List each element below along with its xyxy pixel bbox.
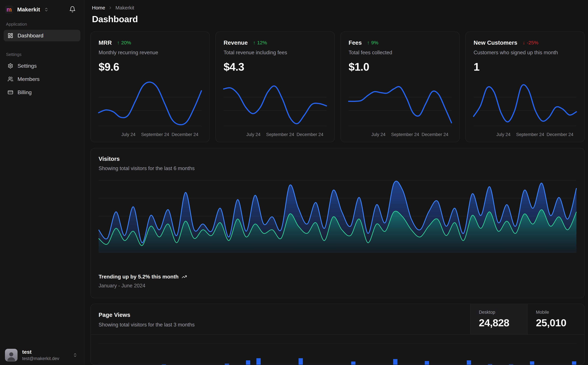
x-axis-label: December 24: [297, 132, 323, 137]
members-icon: [8, 76, 13, 82]
stat-title: New Customers: [474, 39, 517, 46]
makerkit-logo-icon: m: [5, 6, 13, 14]
stat-sparkline-chart: [99, 79, 201, 128]
page-views-bar-chart: [99, 335, 576, 365]
bar: [298, 358, 303, 365]
delta-percent: 12%: [257, 40, 267, 45]
sidebar-item-label: Settings: [18, 63, 37, 69]
workspace-selector[interactable]: m Makerkit: [5, 6, 49, 14]
stat-value: $1.0: [349, 61, 451, 73]
x-axis-label: July 24: [246, 132, 261, 137]
page-views-card: Page Views Showing total visitors for th…: [90, 304, 585, 365]
page-views-subtitle: Showing total visitors for the last 3 mo…: [99, 322, 462, 328]
visitors-card: Visitors Showing total visitors for the …: [90, 148, 585, 298]
stat-card: MRR ↑ 20% Monthly recurring revenue $9.6…: [90, 31, 210, 142]
stat-cards: MRR ↑ 20% Monthly recurring revenue $9.6…: [90, 31, 585, 142]
delta-percent: 9%: [371, 40, 378, 45]
visitors-subtitle: Showing total visitors for the last 6 mo…: [99, 165, 576, 171]
sidebar-item-members[interactable]: Members: [4, 73, 80, 85]
stat-x-axis-labels: July 24September 24December 24: [349, 130, 451, 139]
toggle-mobile-label: Mobile: [536, 310, 576, 315]
x-axis-label: July 24: [371, 132, 386, 137]
breadcrumb-current: Makerkit: [115, 5, 134, 11]
nav-section-label: Settings: [6, 52, 78, 57]
stat-card: Fees ↑ 9% Total fees collected $1.0 July…: [340, 31, 460, 142]
x-axis-label: December 24: [172, 132, 198, 137]
sidebar-item-billing[interactable]: Billing: [4, 86, 80, 98]
user-name: test: [22, 349, 68, 355]
toggle-desktop[interactable]: Desktop 24,828: [470, 304, 527, 334]
trending-text: Trending up by 5.2% this month: [99, 274, 179, 280]
page-views-title: Page Views: [99, 312, 462, 318]
bar: [225, 364, 229, 365]
user-menu[interactable]: test test@makerkit.dev: [0, 345, 84, 365]
notifications-button[interactable]: [68, 5, 77, 14]
stat-subtitle: Total revenue including fees: [224, 50, 326, 56]
sidebar-item-label: Members: [18, 76, 40, 82]
page-title: Dashboard: [92, 14, 585, 24]
chevron-right-icon: [108, 6, 112, 10]
stat-value: 1: [474, 61, 576, 73]
stat-delta-badge: ↑ 9%: [367, 40, 378, 45]
x-axis-label: September 24: [516, 132, 544, 137]
stat-x-axis-labels: July 24September 24December 24: [99, 130, 201, 139]
delta-percent: 20%: [121, 40, 131, 45]
nav-section: SettingsSettingsMembersBilling: [4, 52, 80, 98]
delta-arrow-icon: ↓: [523, 40, 525, 45]
x-axis-label: December 24: [546, 132, 573, 137]
main-content: Home Makerkit Dashboard MRR ↑ 20% Monthl…: [84, 0, 588, 365]
bar: [488, 364, 492, 365]
toggle-desktop-label: Desktop: [479, 310, 519, 315]
bar: [467, 360, 471, 365]
trending-up-icon: [182, 274, 187, 280]
stat-subtitle: Total fees collected: [349, 50, 451, 56]
bar: [509, 364, 513, 365]
user-meta: test test@makerkit.dev: [22, 349, 68, 361]
toggle-desktop-value: 24,828: [479, 317, 519, 329]
x-axis-label: December 24: [422, 132, 448, 137]
sidebar-item-settings[interactable]: Settings: [4, 60, 80, 72]
settings-icon: [8, 63, 13, 69]
delta-arrow-icon: ↑: [367, 40, 369, 45]
gridline: [99, 343, 576, 344]
x-axis-label: July 24: [496, 132, 511, 137]
stat-card: Revenue ↑ 12% Total revenue including fe…: [215, 31, 335, 142]
x-axis-label: September 24: [266, 132, 294, 137]
gridline: [99, 363, 576, 364]
stat-subtitle: Monthly recurring revenue: [99, 50, 201, 56]
stat-value: $4.3: [224, 61, 326, 73]
page-views-titles: Page Views Showing total visitors for th…: [91, 304, 470, 334]
stat-delta-badge: ↓ -25%: [523, 40, 538, 45]
toggle-mobile[interactable]: Mobile 25,010: [527, 304, 584, 334]
breadcrumb-home[interactable]: Home: [92, 5, 105, 11]
trending-row: Trending up by 5.2% this month: [99, 274, 576, 280]
chevrons-up-down-icon: [73, 353, 77, 357]
toggle-mobile-value: 25,010: [536, 317, 576, 329]
stat-delta-badge: ↑ 20%: [117, 40, 131, 45]
visitors-period: January - June 2024: [99, 283, 576, 289]
sidebar-item-label: Billing: [18, 89, 32, 95]
stat-subtitle: Customers who signed up this month: [474, 50, 576, 56]
x-axis-label: July 24: [121, 132, 136, 137]
sidebar-item-dashboard[interactable]: Dashboard: [4, 30, 80, 41]
visitors-area-chart: [99, 178, 576, 253]
sidebar-item-label: Dashboard: [18, 33, 43, 39]
stat-title: Fees: [349, 39, 362, 46]
workspace-name: Makerkit: [17, 6, 40, 13]
stat-sparkline-chart: [224, 79, 326, 128]
delta-percent: -25%: [527, 40, 538, 45]
delta-arrow-icon: ↑: [253, 40, 256, 45]
stat-title: MRR: [99, 39, 112, 46]
stat-sparkline-chart: [349, 79, 451, 128]
logo-letter: m: [7, 7, 12, 13]
bar: [425, 361, 429, 365]
page-views-header: Page Views Showing total visitors for th…: [91, 304, 584, 335]
app-root: m Makerkit ApplicationDashboardSettingsS…: [0, 0, 588, 365]
bar: [246, 360, 250, 365]
bar: [256, 358, 261, 365]
billing-icon: [8, 90, 13, 95]
sidebar: m Makerkit ApplicationDashboardSettingsS…: [0, 0, 84, 365]
sidebar-nav: ApplicationDashboardSettingsSettingsMemb…: [0, 16, 84, 98]
avatar: [5, 349, 18, 361]
stat-card-header: Fees ↑ 9%: [349, 39, 451, 46]
